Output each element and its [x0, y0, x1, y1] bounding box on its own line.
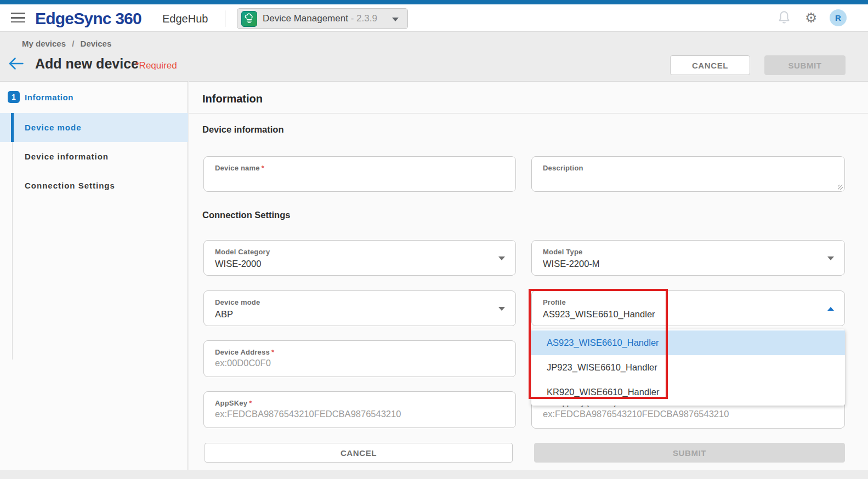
chevron-down-icon	[498, 307, 505, 311]
profile-value: AS923_WISE6610_Handler	[543, 309, 833, 320]
description-input[interactable]	[543, 174, 833, 184]
device-mode-label: Device mode	[215, 298, 504, 306]
form-cancel-button[interactable]: CANCEL	[205, 443, 513, 463]
stepper-sidebar: 1 Information Device mode Device informa…	[0, 81, 188, 470]
chevron-down-icon	[392, 18, 399, 21]
step-number-badge: 1	[8, 91, 20, 103]
product-name: EdgeHub	[162, 13, 208, 25]
chevron-down-icon	[827, 256, 834, 260]
sidebar-item-label: Connection Settings	[25, 181, 115, 190]
cancel-button[interactable]: CANCEL	[670, 55, 750, 75]
description-field[interactable]: Description	[531, 156, 845, 192]
step-information: 1 Information	[8, 91, 73, 103]
sidebar-item-label: Device information	[25, 152, 109, 161]
sidebar-item-label: Device mode	[25, 123, 82, 132]
device-address-label: Device Address*	[215, 348, 504, 356]
description-label: Description	[543, 164, 833, 172]
profile-option-kr920[interactable]: KR920_WISE6610_Handler	[531, 380, 845, 404]
profile-label: Profile	[543, 298, 833, 306]
sidebar-item-device-mode[interactable]: Device mode	[0, 113, 188, 142]
brand-logo: EdgeSync 360	[35, 9, 141, 28]
settings-gear-icon[interactable]: ⚙	[805, 9, 817, 27]
appskey-field[interactable]: AppSKey*	[203, 391, 516, 428]
app-selector-label: Device Management - 2.3.9	[263, 13, 377, 24]
menu-icon[interactable]	[11, 13, 25, 24]
genappkey-input[interactable]	[543, 409, 833, 419]
device-address-input[interactable]	[215, 358, 504, 368]
section-divider	[189, 113, 868, 113]
app-header: EdgeSync 360 EdgeHub Device Management -…	[0, 4, 868, 32]
model-type-value: WISE-2200-M	[543, 259, 833, 269]
appskey-label: AppSKey*	[215, 399, 504, 407]
sidebar-item-connection-settings[interactable]: Connection Settings	[0, 171, 188, 200]
profile-options-dropdown: AS923_WISE6610_Handler JP923_WISE6610_Ha…	[531, 329, 845, 406]
breadcrumb-devices[interactable]: Devices	[81, 39, 112, 48]
profile-select[interactable]: Profile AS923_WISE6610_Handler	[531, 290, 845, 326]
page-title: Add new device	[35, 56, 139, 72]
chevron-down-icon	[498, 256, 505, 260]
form-submit-button[interactable]: SUBMIT	[534, 443, 845, 463]
model-type-select[interactable]: Model Type WISE-2200-M	[531, 240, 845, 276]
section-title: Information	[202, 93, 263, 105]
model-category-label: Model Category	[215, 248, 504, 256]
app-version: - 2.3.9	[351, 13, 377, 24]
user-avatar[interactable]: R	[830, 9, 847, 26]
model-category-select[interactable]: Model Category WISE-2000	[203, 240, 516, 276]
device-information-heading: Device information	[202, 124, 284, 135]
connection-settings-heading: Connection Settings	[202, 210, 290, 220]
breadcrumb-my-devices[interactable]: My devices	[22, 39, 66, 48]
form-panel: Information Device information Device na…	[189, 81, 868, 470]
profile-option-as923[interactable]: AS923_WISE6610_Handler	[531, 330, 845, 355]
device-name-label: Device name*	[215, 164, 504, 172]
profile-option-jp923[interactable]: JP923_WISE6610_Handler	[531, 355, 845, 380]
device-name-input[interactable]	[215, 174, 504, 184]
model-category-value: WISE-2000	[215, 259, 504, 269]
app-selector-dropdown[interactable]: Device Management - 2.3.9	[237, 8, 408, 29]
device-management-icon	[241, 11, 257, 27]
resize-grip-icon[interactable]	[838, 185, 843, 190]
breadcrumb-separator: /	[72, 39, 74, 48]
device-name-field[interactable]: Device name*	[203, 156, 516, 192]
top-accent-strip	[0, 0, 868, 4]
chevron-up-icon	[827, 307, 834, 311]
required-note: *Required	[135, 60, 177, 71]
device-mode-select[interactable]: Device mode ABP	[203, 290, 516, 326]
page-header-band: My devices / Devices Add new device *Req…	[0, 32, 868, 81]
header-divider	[225, 10, 225, 27]
step-label: Information	[25, 93, 73, 102]
device-address-field[interactable]: Device Address*	[203, 340, 516, 377]
back-arrow-icon[interactable]	[8, 57, 24, 72]
device-mode-value: ABP	[215, 309, 504, 320]
submit-button[interactable]: SUBMIT	[764, 55, 846, 75]
breadcrumb: My devices / Devices	[22, 39, 111, 48]
model-type-label: Model Type	[543, 248, 833, 256]
sidebar-item-device-information[interactable]: Device information	[0, 142, 188, 171]
active-indicator-bar	[11, 113, 14, 142]
appskey-input[interactable]	[215, 409, 504, 419]
notifications-bell-icon[interactable]	[777, 9, 791, 27]
